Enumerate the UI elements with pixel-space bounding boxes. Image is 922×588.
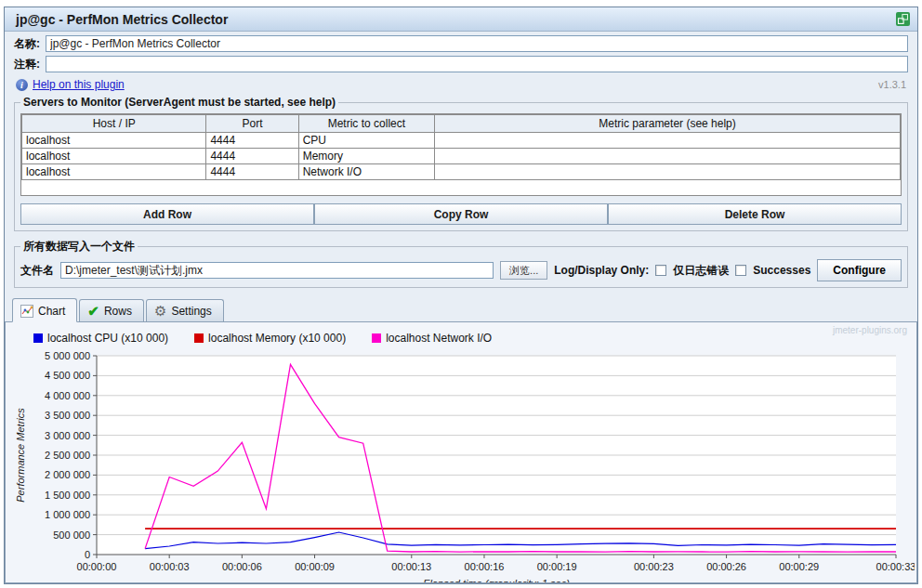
comments-row: 注释: xyxy=(14,56,908,72)
svg-text:00:00:03: 00:00:03 xyxy=(150,561,190,572)
legend-item: localhost CPU (x10 000) xyxy=(33,332,168,345)
legend-swatch xyxy=(33,333,43,343)
expand-icon[interactable] xyxy=(896,12,910,26)
svg-text:5 000 000: 5 000 000 xyxy=(45,350,90,361)
chart-icon xyxy=(20,305,33,318)
comments-input[interactable] xyxy=(46,56,908,72)
window-title: jp@gc - PerfMon Metrics Collector xyxy=(16,12,228,27)
perfmon-window: jp@gc - PerfMon Metrics Collector 名称: 注释… xyxy=(4,7,918,584)
file-fieldset: 所有数据写入一个文件 文件名 浏览... Log/Display Only: 仅… xyxy=(14,239,908,288)
file-section-title: 所有数据写入一个文件 xyxy=(20,239,138,255)
legend-label: localhost Network I/O xyxy=(386,332,492,345)
table-row: localhost 4444 Network I/O xyxy=(22,164,901,180)
tab-settings-label: Settings xyxy=(171,305,211,318)
filename-label: 文件名 xyxy=(20,263,54,279)
tab-rows[interactable]: ✔ Rows xyxy=(79,299,144,321)
cell-port[interactable]: 4444 xyxy=(206,149,298,164)
cell-param[interactable] xyxy=(435,133,901,149)
log-display-label: Log/Display Only: xyxy=(554,264,649,277)
legend-item: localhost Network I/O xyxy=(372,332,492,345)
copy-row-button[interactable]: Copy Row xyxy=(314,203,608,225)
cell-param[interactable] xyxy=(435,149,901,164)
configure-button[interactable]: Configure xyxy=(817,259,902,281)
legend-item: localhost Memory (x10 000) xyxy=(194,332,346,345)
cell-host[interactable]: localhost xyxy=(22,164,206,180)
log-errors-label[interactable]: 仅日志错误 xyxy=(673,263,729,279)
svg-text:3 500 000: 3 500 000 xyxy=(45,410,90,421)
help-row: i Help on this plugin v1.3.1 xyxy=(16,78,906,91)
legend-label: localhost Memory (x10 000) xyxy=(208,332,346,345)
cell-metric[interactable]: Network I/O xyxy=(298,164,434,180)
column-header-param: Metric parameter (see help) xyxy=(435,115,901,133)
svg-text:00:00:29: 00:00:29 xyxy=(779,561,819,572)
chart-panel: jmeter-plugins.org localhost CPU (x10 00… xyxy=(5,321,917,583)
cell-param[interactable] xyxy=(435,164,901,180)
add-row-button[interactable]: Add Row xyxy=(20,203,314,225)
tab-settings[interactable]: ⚙ Settings xyxy=(146,299,224,321)
cell-port[interactable]: 4444 xyxy=(206,133,298,149)
svg-text:00:00:33: 00:00:33 xyxy=(876,561,915,572)
cell-port[interactable]: 4444 xyxy=(206,164,298,180)
window-titlebar: jp@gc - PerfMon Metrics Collector xyxy=(5,7,917,32)
log-errors-checkbox[interactable] xyxy=(655,265,666,276)
servers-fieldset: Servers to Monitor (ServerAgent must be … xyxy=(14,96,908,231)
cell-host[interactable]: localhost xyxy=(22,149,206,164)
table-empty-area xyxy=(21,180,901,195)
legend-swatch xyxy=(372,333,381,343)
info-icon: i xyxy=(16,79,28,91)
svg-text:00:00:00: 00:00:00 xyxy=(77,561,117,572)
cell-host[interactable]: localhost xyxy=(22,133,206,149)
check-icon: ✔ xyxy=(87,304,99,318)
svg-text:00:00:16: 00:00:16 xyxy=(465,561,505,572)
chart-legend: localhost CPU (x10 000) localhost Memory… xyxy=(6,322,916,345)
svg-text:2 000 000: 2 000 000 xyxy=(45,469,90,480)
cell-metric[interactable]: CPU xyxy=(298,133,434,149)
svg-text:0: 0 xyxy=(85,549,90,560)
svg-text:4 000 000: 4 000 000 xyxy=(45,390,90,401)
svg-text:3 000 000: 3 000 000 xyxy=(45,430,90,441)
filename-input[interactable] xyxy=(60,262,494,279)
svg-text:1 500 000: 1 500 000 xyxy=(45,490,90,501)
tab-chart-label: Chart xyxy=(38,305,65,318)
column-header-host: Host / IP xyxy=(22,115,206,133)
name-label: 名称: xyxy=(14,36,40,52)
name-input[interactable] xyxy=(46,35,908,52)
svg-text:4 500 000: 4 500 000 xyxy=(45,370,90,381)
column-header-metric: Metric to collect xyxy=(298,115,434,133)
column-header-port: Port xyxy=(206,115,298,133)
svg-text:500 000: 500 000 xyxy=(53,529,90,541)
gear-icon: ⚙ xyxy=(154,304,166,318)
svg-text:00:00:26: 00:00:26 xyxy=(706,561,746,572)
svg-text:00:00:13: 00:00:13 xyxy=(391,561,431,572)
svg-text:Elapsed time (granularity: 1 s: Elapsed time (granularity: 1 sec) xyxy=(423,578,570,583)
browse-button[interactable]: 浏览... xyxy=(500,261,547,280)
delete-row-button[interactable]: Delete Row xyxy=(608,203,902,225)
table-row: localhost 4444 CPU xyxy=(22,133,901,149)
watermark: jmeter-plugins.org xyxy=(833,325,907,335)
svg-text:00:00:06: 00:00:06 xyxy=(222,561,262,572)
table-buttons: Add Row Copy Row Delete Row xyxy=(20,203,902,225)
perfmon-chart: 0500 0001 000 0001 500 0002 000 0002 500… xyxy=(7,346,915,583)
table-row: localhost 4444 Memory xyxy=(22,149,901,164)
svg-text:Performance Metrics: Performance Metrics xyxy=(15,408,26,503)
svg-text:00:00:19: 00:00:19 xyxy=(537,561,577,572)
svg-text:2 500 000: 2 500 000 xyxy=(45,450,90,461)
successes-checkbox[interactable] xyxy=(735,265,746,276)
legend-swatch xyxy=(194,333,204,343)
svg-text:00:00:09: 00:00:09 xyxy=(295,561,335,572)
cell-metric[interactable]: Memory xyxy=(298,149,434,164)
successes-label[interactable]: Successes xyxy=(753,264,810,277)
comments-label: 注释: xyxy=(14,57,40,72)
legend-label: localhost CPU (x10 000) xyxy=(47,332,168,345)
version-label: v1.3.1 xyxy=(878,79,906,90)
file-row: 文件名 浏览... Log/Display Only: 仅日志错误 Succes… xyxy=(20,259,902,281)
servers-title: Servers to Monitor (ServerAgent must be … xyxy=(20,96,338,109)
servers-table: Host / IP Port Metric to collect Metric … xyxy=(20,113,902,196)
help-link[interactable]: Help on this plugin xyxy=(33,78,125,91)
name-row: 名称: xyxy=(14,35,908,52)
tab-chart[interactable]: Chart xyxy=(12,298,77,322)
tab-rows-label: Rows xyxy=(104,305,132,318)
tab-bar: Chart ✔ Rows ⚙ Settings xyxy=(5,293,917,321)
svg-text:00:00:23: 00:00:23 xyxy=(634,561,674,572)
table-header-row: Host / IP Port Metric to collect Metric … xyxy=(22,115,901,133)
